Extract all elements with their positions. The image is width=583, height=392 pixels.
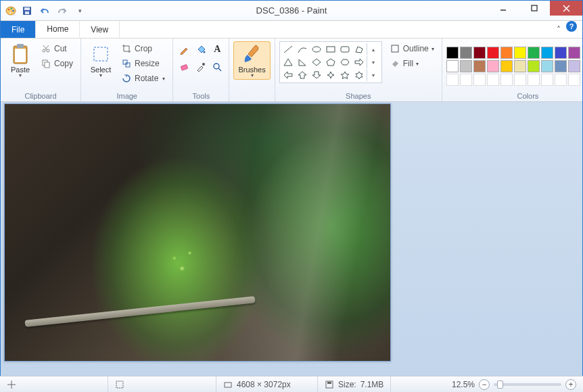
color-swatch[interactable] [500,60,513,72]
color-swatch[interactable] [555,47,567,59]
svg-point-3 [12,9,14,11]
color-swatch[interactable] [568,60,580,72]
shape-star6[interactable] [352,69,366,81]
shape-star4[interactable] [324,69,337,81]
tab-home[interactable]: Home [36,21,80,38]
shape-right-triangle[interactable] [296,56,309,68]
color-swatch[interactable] [446,60,459,72]
shape-arrow-left[interactable] [281,69,295,81]
color-swatch[interactable] [541,60,553,72]
tab-file[interactable]: File [1,21,36,38]
shapes-expand[interactable]: ▾ [367,69,380,81]
magnifier-tool[interactable] [210,59,225,75]
shape-rect[interactable] [324,43,337,55]
shape-hexagon[interactable] [338,56,352,68]
color-swatch[interactable] [541,47,553,59]
svg-point-23 [204,51,206,53]
shape-polygon[interactable] [352,43,366,55]
shape-arrow-down[interactable] [310,69,323,81]
shape-line[interactable] [281,43,295,55]
color-swatch-empty[interactable] [500,74,513,86]
crop-button[interactable]: Crop [118,41,168,56]
picker-tool[interactable] [193,59,208,75]
color-swatch[interactable] [528,60,540,72]
color-swatch[interactable] [487,60,499,72]
color-swatch[interactable] [500,47,513,59]
select-button[interactable]: Select ▾ [85,41,116,80]
color-swatch[interactable] [446,47,459,59]
shape-arrow-right[interactable] [352,56,366,68]
color-swatch[interactable] [460,47,472,59]
shapes-scroll-down[interactable]: ▾ [367,56,380,68]
svg-rect-6 [25,11,29,14]
color-swatch-empty[interactable] [487,74,499,86]
group-label-shapes: Shapes [346,91,371,100]
group-brushes: Brushes ▾ [229,39,275,101]
chevron-down-icon: ▾ [251,74,254,78]
group-image: Select ▾ Crop Resize Rotate ▾ Image [81,39,173,101]
brushes-button[interactable]: Brushes ▾ [233,41,270,80]
eraser-tool[interactable] [177,59,192,75]
shape-diamond[interactable] [310,56,323,68]
shape-pentagon[interactable] [324,56,337,68]
fill-tool[interactable] [193,41,208,57]
shape-triangle[interactable] [281,56,295,68]
outline-button[interactable]: Outline ▾ [386,41,438,56]
color-swatch[interactable] [487,47,499,59]
color-swatch-empty[interactable] [555,74,567,86]
fill-button[interactable]: Fill ▾ [386,56,438,71]
copy-button[interactable]: Copy [37,56,76,71]
color-swatch-empty[interactable] [568,74,580,86]
rotate-button[interactable]: Rotate ▾ [118,71,168,86]
color-swatch-empty[interactable] [460,74,472,86]
qat-customize[interactable]: ▾ [72,3,87,18]
shape-roundrect[interactable] [338,43,352,55]
collapse-ribbon-button[interactable]: ˄ [551,21,566,38]
shapes-gallery[interactable]: ▴ ▾ ▾ [279,41,382,83]
pencil-tool[interactable] [177,41,192,57]
text-tool[interactable]: A [210,41,225,57]
close-button[interactable] [550,1,582,16]
zoom-in-button[interactable]: + [565,379,576,390]
zoom-thumb[interactable] [497,381,503,389]
save-button[interactable] [20,3,34,18]
svg-point-2 [11,7,13,9]
color-swatch[interactable] [514,60,526,72]
color-swatch[interactable] [514,47,526,59]
shape-curve[interactable] [296,43,309,55]
color-swatch[interactable] [555,60,567,72]
zoom-out-button[interactable]: − [479,379,490,390]
cut-button[interactable]: Cut [37,41,76,56]
color-swatch-empty[interactable] [528,74,540,86]
help-button[interactable]: ? [566,21,577,32]
shapes-scroll-up[interactable]: ▴ [367,43,380,55]
image-canvas[interactable] [4,103,391,362]
svg-rect-32 [392,45,398,52]
shape-oval[interactable] [310,43,323,55]
color-swatch[interactable] [473,60,486,72]
shape-star5[interactable] [338,69,352,81]
canvas-area[interactable] [1,102,582,376]
undo-button[interactable] [37,3,52,18]
color-swatch-empty[interactable] [541,74,553,86]
color-swatch-empty[interactable] [514,74,526,86]
color-swatch[interactable] [460,60,472,72]
color-swatch[interactable] [473,47,486,59]
chevron-down-icon: ▾ [162,76,165,82]
paste-button[interactable]: Paste ▾ [5,41,36,80]
maximize-button[interactable] [519,1,550,16]
redo-button[interactable] [55,3,70,18]
resize-button[interactable]: Resize [118,56,168,71]
zoom-slider[interactable] [494,383,561,386]
minimize-button[interactable] [488,1,519,16]
cut-label: Cut [54,44,67,53]
color-swatch[interactable] [568,47,580,59]
select-icon [90,43,112,65]
color-swatch-empty[interactable] [446,74,459,86]
color-swatch[interactable] [528,47,540,59]
svg-rect-20 [94,47,108,61]
svg-rect-35 [116,381,123,388]
tab-view[interactable]: View [80,21,120,38]
color-swatch-empty[interactable] [473,74,486,86]
shape-arrow-up[interactable] [296,69,309,81]
